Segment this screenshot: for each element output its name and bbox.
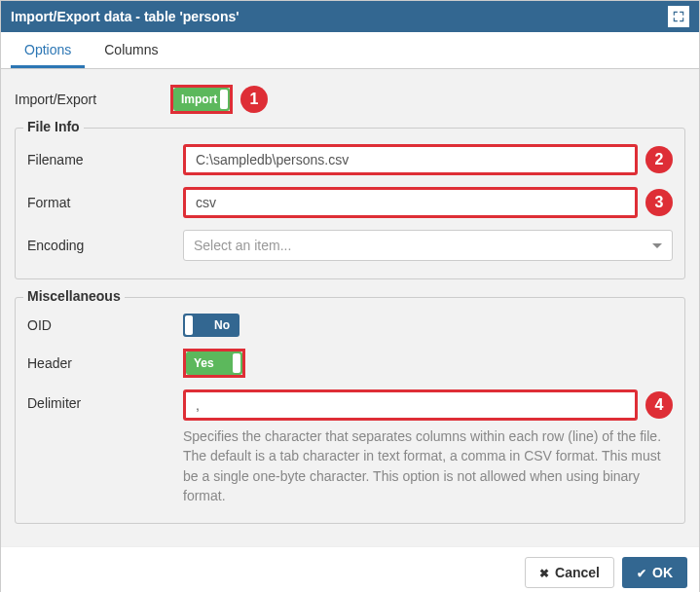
header-toggle[interactable]: Yes <box>186 352 242 375</box>
row-header: Header Yes <box>27 343 673 384</box>
row-delimiter: Delimiter 4 Specifies the character that… <box>27 384 673 511</box>
tab-options[interactable]: Options <box>11 32 85 68</box>
filename-input[interactable] <box>183 144 638 175</box>
row-encoding: Encoding Select an item... <box>27 224 673 267</box>
expand-icon <box>672 10 685 23</box>
file-info-legend: File Info <box>23 119 84 134</box>
header-value: Yes <box>194 356 214 370</box>
delimiter-input[interactable] <box>183 389 638 421</box>
ok-button[interactable]: OK <box>622 557 687 588</box>
toggle-knob <box>220 90 228 109</box>
tab-columns[interactable]: Columns <box>91 32 171 68</box>
row-import-export: Import/Export Import 1 <box>15 79 685 120</box>
titlebar: Import/Export data - table 'persons' <box>1 1 699 32</box>
oid-label: OID <box>27 317 183 333</box>
row-filename: Filename 2 <box>27 138 673 181</box>
import-export-label: Import/Export <box>15 92 170 107</box>
footer: Cancel OK <box>1 546 699 592</box>
toggle-knob <box>185 315 193 335</box>
badge-1: 1 <box>240 86 268 113</box>
ok-label: OK <box>652 565 673 580</box>
tabs: Options Columns <box>1 32 699 69</box>
oid-toggle[interactable]: No <box>183 314 239 337</box>
badge-4: 4 <box>645 391 673 419</box>
fieldset-file-info: File Info Filename 2 Format 3 Encoding <box>15 128 685 279</box>
close-icon <box>539 565 549 580</box>
dialog-title: Import/Export data - table 'persons' <box>11 9 239 24</box>
check-icon <box>637 565 646 580</box>
format-input[interactable] <box>183 187 638 218</box>
import-export-value: Import <box>181 92 217 106</box>
expand-button[interactable] <box>668 6 689 27</box>
cancel-label: Cancel <box>555 565 600 580</box>
row-oid: OID No <box>27 308 673 343</box>
filename-label: Filename <box>27 152 183 167</box>
badge-3: 3 <box>645 189 673 216</box>
dialog-body[interactable]: Import/Export Import 1 File Info Filenam… <box>1 69 699 546</box>
encoding-placeholder: Select an item... <box>194 238 291 253</box>
fieldset-miscellaneous: Miscellaneous OID No Header Yes <box>15 297 685 524</box>
badge-2: 2 <box>645 146 673 173</box>
dialog: Import/Export data - table 'persons' Opt… <box>0 0 700 592</box>
encoding-label: Encoding <box>27 238 183 253</box>
delimiter-helptext: Specifies the character that separates c… <box>183 426 673 505</box>
misc-legend: Miscellaneous <box>23 288 125 304</box>
toggle-knob <box>233 353 240 373</box>
encoding-select[interactable]: Select an item... <box>183 230 673 261</box>
format-label: Format <box>27 195 183 210</box>
row-format: Format 3 <box>27 181 673 224</box>
oid-value: No <box>214 318 230 332</box>
import-export-toggle[interactable]: Import <box>173 88 230 111</box>
header-label: Header <box>27 355 183 371</box>
chevron-down-icon <box>652 243 662 248</box>
delimiter-label: Delimiter <box>27 389 183 411</box>
cancel-button[interactable]: Cancel <box>525 557 614 588</box>
